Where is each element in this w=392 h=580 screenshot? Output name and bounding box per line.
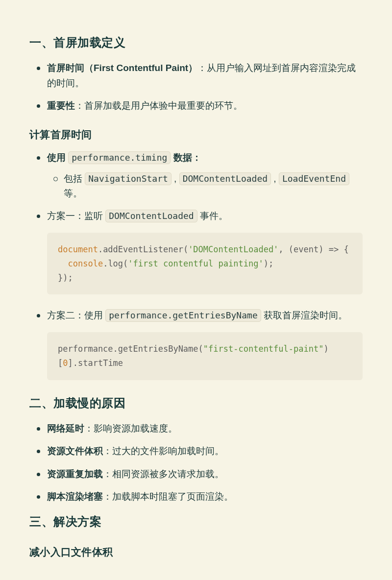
token-string: 'first contentful painting' (128, 259, 263, 268)
text: 事件。 (197, 211, 228, 221)
text: , (172, 173, 179, 184)
text: ：首屏加载是用户体验中最重要的环节。 (75, 100, 243, 111)
text: ：影响资源加载速度。 (84, 423, 177, 434)
list-item: 重要性：首屏加载是用户体验中最重要的环节。 (29, 98, 363, 113)
list-item: 网络延时：影响资源加载速度。 (29, 421, 363, 436)
term-importance: 重要性 (47, 100, 75, 111)
token-number: 0 (63, 358, 68, 368)
heading-section-1: 一、首屏加载定义 (29, 33, 363, 52)
code-loadeventend: LoadEventEnd (279, 172, 349, 185)
list-slow-reasons: 网络延时：影响资源加载速度。 资源文件体积：过大的文件影响加载时间。 资源重复加… (29, 421, 363, 505)
text: 包括 (64, 173, 85, 184)
text: ：相同资源被多次请求加载。 (103, 469, 224, 479)
term: 脚本渲染堵塞 (47, 491, 103, 502)
list-item: 脚本渲染堵塞：加载脚本时阻塞了页面渲染。 (29, 489, 363, 504)
code-domcontentloaded: DOMContentLoaded (105, 210, 197, 222)
heading-calculate-fcp: 计算首屏时间 (29, 126, 363, 143)
token-string: "first-contentful-paint" (203, 344, 324, 354)
token: , (event) => { (278, 244, 348, 254)
list-item: 方案二：使用 performance.getEntriesByName 获取首屏… (29, 308, 363, 323)
heading-section-3: 三、解决方案 (29, 512, 363, 531)
token: ].startTime (68, 358, 123, 368)
text: 获取首屏渲染时间。 (261, 310, 347, 320)
token-string: 'DOMContentLoaded' (188, 244, 278, 254)
term-fcp: 首屏时间（First Contentful Paint） (47, 63, 197, 73)
list-calc: 使用 performance.timing 数据： 包括 NavigationS… (29, 150, 363, 224)
sublist: 包括 NavigationStart , DOMContentLoaded , … (47, 171, 363, 201)
heading-reduce-entry: 减小入口文件体积 (29, 544, 363, 560)
token-object: console (68, 259, 103, 268)
code-domcontentloaded: DOMContentLoaded (179, 172, 271, 185)
term: 资源文件体积 (47, 446, 103, 456)
code-performance-timing: performance.timing (68, 151, 171, 164)
token: .addEventListener( (98, 244, 188, 254)
text: 等。 (64, 188, 82, 198)
text: 方案二：使用 (47, 310, 105, 320)
code-navigationstart: NavigationStart (85, 172, 172, 185)
token (58, 259, 68, 268)
text: 数据： (171, 152, 201, 163)
token: ); (264, 259, 273, 268)
text: ：加载脚本时阻塞了页面渲染。 (103, 491, 233, 502)
code-getentriesbyname: performance.getEntriesByName (105, 309, 261, 322)
list-calc-2: 方案二：使用 performance.getEntriesByName 获取首屏… (29, 308, 363, 323)
code-block-domcontentloaded: document.addEventListener('DOMContentLoa… (47, 233, 363, 295)
list-item: 资源文件体积：过大的文件影响加载时间。 (29, 444, 363, 459)
list-item: 资源重复加载：相同资源被多次请求加载。 (29, 467, 363, 482)
list-item: 首屏时间（First Contentful Paint）：从用户输入网址到首屏内… (29, 61, 363, 91)
list-item: 方案一：监听 DOMContentLoaded 事件。 (29, 209, 363, 223)
token: performance.getEntriesByName( (58, 344, 203, 354)
list-item: 包括 NavigationStart , DOMContentLoaded , … (47, 171, 363, 201)
token: .log( (103, 259, 128, 268)
text: 使用 (47, 152, 68, 163)
list-item: 使用 performance.timing 数据： 包括 NavigationS… (29, 150, 363, 201)
text: 方案一：监听 (47, 211, 105, 221)
text: , (271, 173, 279, 184)
token: }); (58, 273, 73, 283)
heading-section-2: 二、加载慢的原因 (29, 394, 363, 412)
list-definition: 首屏时间（First Contentful Paint）：从用户输入网址到首屏内… (29, 61, 363, 113)
token-object: document (58, 244, 98, 254)
text: ：过大的文件影响加载时间。 (103, 446, 224, 456)
term: 网络延时 (47, 423, 84, 434)
code-block-getentries: performance.getEntriesByName("first-cont… (47, 332, 363, 380)
term: 资源重复加载 (47, 469, 103, 479)
